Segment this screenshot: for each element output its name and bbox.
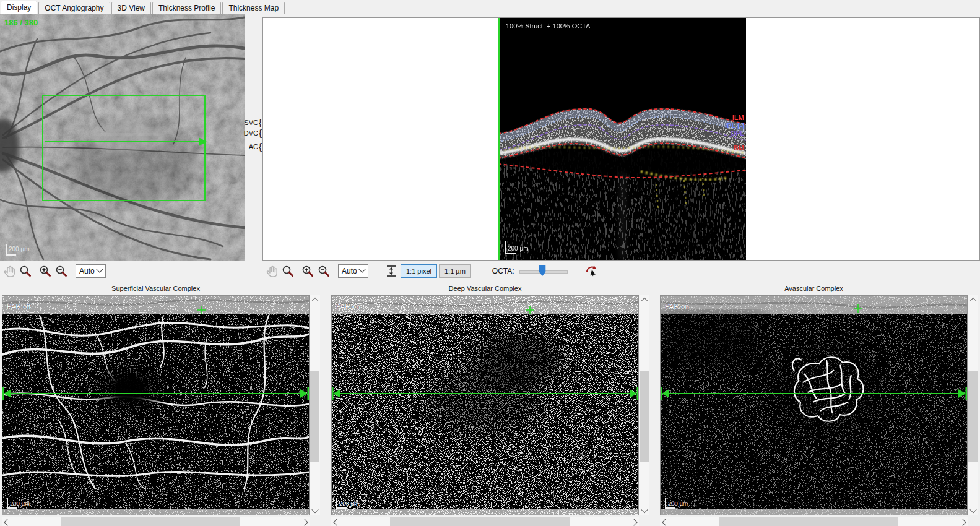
- scroll-thumb[interactable]: [390, 517, 570, 526]
- deep-angio-image[interactable]: PAR on 200 µm: [331, 295, 639, 515]
- scroll-up-button[interactable]: [310, 295, 320, 305]
- bscan-zoom-select[interactable]: Auto: [338, 264, 368, 278]
- slider-thumb[interactable]: [539, 265, 546, 276]
- svg-text:200 µm: 200 µm: [10, 500, 30, 507]
- ac-brace: {: [259, 141, 262, 152]
- par-status-label: PAR off: [7, 303, 31, 310]
- zoom-in-icon[interactable]: [38, 264, 52, 278]
- panel-title-superficial: Superficial Vascular Complex: [2, 285, 310, 292]
- magnifier-icon[interactable]: [281, 264, 295, 278]
- macular-lesion: [89, 124, 165, 152]
- svc-brace: {: [259, 117, 262, 127]
- fundus-toolbar: Auto: [2, 264, 106, 278]
- scroll-right-button[interactable]: [628, 517, 639, 526]
- fundus-image-panel[interactable]: 186 / 380 200 µm: [0, 14, 245, 261]
- horizontal-scrollbar[interactable]: [2, 517, 310, 526]
- fundus-zoom-select[interactable]: Auto: [76, 264, 106, 278]
- octa-blend-label: OCTA:: [492, 267, 514, 275]
- scroll-down-button[interactable]: [968, 506, 978, 515]
- zoom-out-icon[interactable]: [317, 264, 331, 278]
- par-status-label: PAR on: [336, 303, 360, 310]
- one-to-one-pixel-button[interactable]: 1:1 pixel: [401, 264, 437, 278]
- superficial-angio-image[interactable]: PAR off 200 µm: [2, 295, 310, 515]
- svg-text:200 µm: 200 µm: [9, 246, 30, 252]
- zoom-in-icon[interactable]: [301, 264, 314, 278]
- par-status-label: PAR on: [665, 303, 689, 310]
- scroll-thumb[interactable]: [719, 517, 898, 526]
- slab-label-svc: SVC{: [244, 117, 262, 127]
- chevron-down-icon: [358, 266, 365, 273]
- fit-height-icon[interactable]: [384, 264, 398, 278]
- scroll-thumb[interactable]: [310, 371, 319, 462]
- scroll-down-button[interactable]: [310, 506, 320, 515]
- frame-counter: 186 / 380: [4, 18, 38, 27]
- chevron-down-icon: [96, 266, 103, 273]
- blend-ratio-label: 100% Struct. + 100% OCTA: [506, 22, 591, 30]
- tab-3d-view[interactable]: 3D View: [111, 2, 151, 14]
- dvc-brace: {: [259, 127, 262, 138]
- scroll-left-button[interactable]: [660, 517, 670, 526]
- svg-text:200 µm: 200 µm: [668, 500, 688, 507]
- panel-scale-bar: 200 µm: [7, 498, 30, 508]
- bscan-image[interactable]: 100% Struct. + 100% OCTA ILM IPL [-] OPL…: [498, 18, 746, 260]
- tab-oct-angiography[interactable]: OCT Angiography: [38, 2, 110, 14]
- scroll-left-button[interactable]: [331, 517, 342, 526]
- zoom-out-icon[interactable]: [54, 264, 68, 278]
- one-to-one-micron-button[interactable]: 1:1 µm: [439, 264, 471, 278]
- scroll-right-button[interactable]: [957, 517, 968, 526]
- tab-display[interactable]: Display: [1, 1, 37, 14]
- scroll-thumb[interactable]: [968, 371, 978, 462]
- pointer-rotate-icon[interactable]: [585, 264, 599, 278]
- slab-label-dvc: DVC{: [244, 127, 262, 138]
- scroll-thumb[interactable]: [640, 371, 649, 462]
- bscan-zoom-value: Auto: [342, 267, 357, 275]
- hand-icon[interactable]: [265, 264, 279, 278]
- slab-label-ac: AC{: [244, 141, 262, 152]
- panel-title-avascular: Avascular Complex: [660, 285, 968, 292]
- scroll-thumb[interactable]: [61, 517, 240, 526]
- svg-text:200 µm: 200 µm: [508, 245, 529, 252]
- bscan-toolbar: Auto 1:1 pixel 1:1 µm OCTA:: [265, 264, 601, 278]
- scroll-down-button[interactable]: [639, 506, 649, 515]
- vertical-scrollbar[interactable]: [310, 295, 320, 515]
- superficial-panel: PAR off 200 µm: [2, 295, 320, 526]
- main-tab-bar: Display OCT Angiography 3D View Thicknes…: [0, 0, 980, 14]
- vertical-scrollbar[interactable]: [639, 295, 649, 515]
- svg-text:200 µm: 200 µm: [339, 500, 359, 507]
- panel-title-deep: Deep Vascular Complex: [331, 285, 639, 292]
- horizontal-scrollbar[interactable]: [660, 517, 968, 526]
- svg-text:IPL [-]: IPL [-]: [725, 122, 744, 129]
- fundus-zoom-value: Auto: [79, 267, 95, 275]
- vertical-scrollbar[interactable]: [968, 295, 978, 515]
- scroll-right-button[interactable]: [299, 517, 310, 526]
- svg-text:OPL: OPL: [730, 129, 744, 137]
- svg-text:ILM: ILM: [732, 114, 744, 121]
- hand-icon[interactable]: [2, 264, 16, 278]
- scroll-up-button[interactable]: [639, 295, 649, 305]
- panel-scale-bar: 200 µm: [666, 498, 688, 508]
- deep-panel: PAR on 200 µm: [331, 295, 649, 526]
- tab-thickness-map[interactable]: Thickness Map: [222, 2, 285, 14]
- scroll-left-button[interactable]: [2, 517, 12, 526]
- bscan-image-container[interactable]: 100% Struct. + 100% OCTA ILM IPL [-] OPL…: [498, 18, 746, 260]
- panel-scale-bar: 200 µm: [337, 498, 359, 508]
- bscan-viewport[interactable]: 100% Struct. + 100% OCTA ILM IPL [-] OPL…: [262, 17, 980, 261]
- scroll-up-button[interactable]: [968, 295, 978, 305]
- octa-blend-slider[interactable]: [519, 265, 568, 277]
- magnifier-icon[interactable]: [19, 264, 32, 278]
- svg-text:BM: BM: [734, 144, 744, 152]
- bscan-left-position-line: [498, 18, 500, 260]
- avascular-angio-image[interactable]: PAR on 200 µm: [660, 295, 968, 515]
- avascular-panel: PAR on 200 µm: [660, 295, 978, 526]
- horizontal-scrollbar[interactable]: [331, 517, 639, 526]
- tab-thickness-profile[interactable]: Thickness Profile: [152, 2, 221, 14]
- fundus-image[interactable]: 186 / 380 200 µm: [0, 14, 245, 261]
